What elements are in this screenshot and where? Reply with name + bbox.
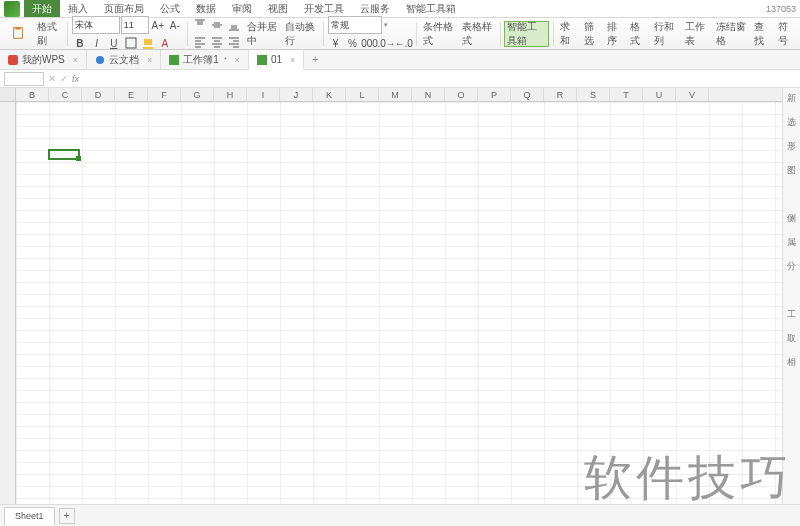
smart-tools-button[interactable]: 智能工具箱 <box>504 21 548 47</box>
select-all-corner[interactable] <box>0 88 16 102</box>
sum-button[interactable]: 求和 <box>557 21 578 47</box>
rowcol-button[interactable]: 行和列 <box>651 21 680 47</box>
menu-tab-review[interactable]: 审阅 <box>224 0 260 17</box>
side-panel-item[interactable] <box>785 188 799 202</box>
add-tab-button[interactable]: + <box>304 50 326 69</box>
col-header[interactable]: E <box>115 88 148 101</box>
freeze-button[interactable]: 冻结窗格 <box>713 21 750 47</box>
column-headers[interactable]: BCDEFGHIJKLMNOPQRSTUV <box>16 88 782 102</box>
italic-button[interactable]: I <box>89 35 105 51</box>
col-header[interactable]: N <box>412 88 445 101</box>
col-header[interactable]: R <box>544 88 577 101</box>
fx-icon[interactable]: fx <box>72 74 79 84</box>
cell-area[interactable] <box>16 102 782 504</box>
menu-tab-data[interactable]: 数据 <box>188 0 224 17</box>
col-header[interactable]: I <box>247 88 280 101</box>
merge-center-button[interactable]: 合并居中 <box>244 21 281 47</box>
col-header[interactable]: B <box>16 88 49 101</box>
col-header[interactable]: U <box>643 88 676 101</box>
col-header[interactable]: P <box>478 88 511 101</box>
format-painter-button[interactable]: 格式刷 <box>34 21 63 47</box>
font-size-select[interactable] <box>121 16 149 34</box>
col-header[interactable]: L <box>346 88 379 101</box>
fill-color-button[interactable] <box>140 35 156 51</box>
cancel-icon[interactable]: ✕ <box>48 73 56 84</box>
side-panel-item[interactable]: 属 <box>785 236 799 250</box>
menu-tab-insert[interactable]: 插入 <box>60 0 96 17</box>
cond-format-button[interactable]: 条件格式 <box>420 21 457 47</box>
menu-tab-dev[interactable]: 开发工具 <box>296 0 352 17</box>
close-icon[interactable]: × <box>73 55 78 65</box>
close-icon[interactable]: × <box>235 55 240 65</box>
sheet-tab-active[interactable]: Sheet1 <box>4 507 55 525</box>
col-header[interactable]: K <box>313 88 346 101</box>
col-header[interactable]: F <box>148 88 181 101</box>
side-panel-item[interactable]: 工 <box>785 308 799 322</box>
close-icon[interactable]: × <box>147 55 152 65</box>
sort-button[interactable]: 排序 <box>604 21 625 47</box>
doc-tab-01[interactable]: 01× <box>249 50 304 70</box>
menu-tab-start[interactable]: 开始 <box>24 0 60 17</box>
col-header[interactable]: V <box>676 88 709 101</box>
side-panel-item[interactable]: 侧 <box>785 212 799 226</box>
number-format-select[interactable] <box>328 16 382 34</box>
col-header[interactable]: S <box>577 88 610 101</box>
col-header[interactable]: M <box>379 88 412 101</box>
percent-button[interactable]: % <box>345 35 361 51</box>
doc-tab-workbook1[interactable]: 工作簿1*× <box>161 50 249 69</box>
row-headers[interactable] <box>0 102 16 504</box>
dec-dec-button[interactable]: ←.0 <box>396 35 412 51</box>
side-panel-item[interactable] <box>785 284 799 298</box>
align-center-button[interactable] <box>209 34 225 50</box>
align-right-button[interactable] <box>226 34 242 50</box>
comma-button[interactable]: 000 <box>362 35 378 51</box>
menu-tab-cloud[interactable]: 云服务 <box>352 0 398 17</box>
symbol-button[interactable]: 符号 <box>775 21 796 47</box>
confirm-icon[interactable]: ✓ <box>60 73 68 84</box>
align-middle-button[interactable] <box>209 17 225 33</box>
col-header[interactable]: C <box>49 88 82 101</box>
currency-button[interactable]: ¥ <box>328 35 344 51</box>
format-button[interactable]: 格式 <box>627 21 648 47</box>
col-header[interactable]: H <box>214 88 247 101</box>
worksheet-button[interactable]: 工作表 <box>682 21 711 47</box>
col-header[interactable]: O <box>445 88 478 101</box>
side-panel-item[interactable]: 选 <box>785 116 799 130</box>
add-sheet-button[interactable]: + <box>59 508 75 524</box>
close-icon[interactable]: × <box>290 55 295 65</box>
paste-button[interactable] <box>4 21 32 47</box>
font-shrink-button[interactable]: A- <box>167 17 183 33</box>
col-header[interactable]: D <box>82 88 115 101</box>
font-name-select[interactable] <box>72 16 120 34</box>
dec-inc-button[interactable]: .0→ <box>379 35 395 51</box>
menu-tab-layout[interactable]: 页面布局 <box>96 0 152 17</box>
menu-tab-smart[interactable]: 智能工具箱 <box>398 0 464 17</box>
col-header[interactable]: J <box>280 88 313 101</box>
menu-tab-view[interactable]: 视图 <box>260 0 296 17</box>
spreadsheet-grid[interactable]: BCDEFGHIJKLMNOPQRSTUV <box>0 88 782 504</box>
doc-tab-cloud[interactable]: 云文档× <box>87 50 161 69</box>
col-header[interactable]: T <box>610 88 643 101</box>
side-panel-item[interactable]: 图 <box>785 164 799 178</box>
bold-button[interactable]: B <box>72 35 88 51</box>
align-left-button[interactable] <box>192 34 208 50</box>
filter-button[interactable]: 筛选 <box>581 21 602 47</box>
align-top-button[interactable] <box>192 17 208 33</box>
side-panel-item[interactable]: 分 <box>785 260 799 274</box>
side-panel-item[interactable]: 相 <box>785 356 799 370</box>
side-panel-item[interactable]: 取 <box>785 332 799 346</box>
border-button[interactable] <box>123 35 139 51</box>
fill-handle[interactable] <box>76 156 81 161</box>
name-box-input[interactable] <box>4 72 44 86</box>
col-header[interactable]: Q <box>511 88 544 101</box>
col-header[interactable]: G <box>181 88 214 101</box>
table-style-button[interactable]: 表格样式 <box>459 21 496 47</box>
find-button[interactable]: 查找 <box>751 21 772 47</box>
side-panel-item[interactable]: 形 <box>785 140 799 154</box>
side-panel-item[interactable]: 新 <box>785 92 799 106</box>
doc-tab-mywps[interactable]: 我的WPS× <box>0 50 87 69</box>
wrap-text-button[interactable]: 自动换行 <box>282 21 319 47</box>
font-color-button[interactable]: A <box>157 35 173 51</box>
align-bottom-button[interactable] <box>226 17 242 33</box>
formula-input[interactable] <box>83 72 796 86</box>
